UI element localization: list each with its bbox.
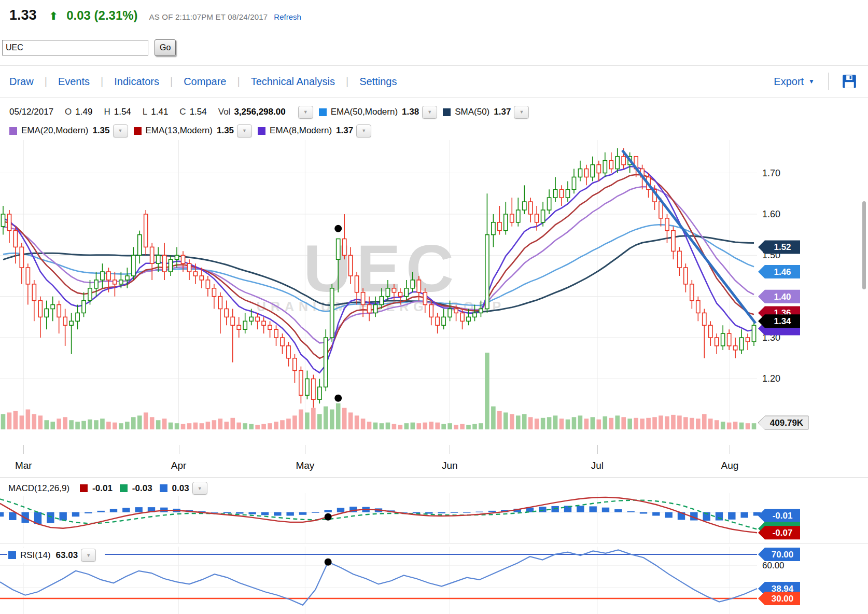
- export-button[interactable]: Export ▼: [774, 76, 815, 88]
- toolbar-menu: Draw|Events|Indicators|Compare|Technical…: [9, 76, 397, 88]
- menu-item-compare[interactable]: Compare: [184, 76, 226, 88]
- menu-item-settings[interactable]: Settings: [359, 76, 397, 88]
- volume-bars-layer: [1, 353, 757, 429]
- indicator-dropdown-button[interactable]: ▼: [81, 549, 96, 562]
- menu-separator: |: [346, 76, 348, 88]
- macd-svg: -0.01-0.07: [0, 493, 868, 543]
- drawn-trendline[interactable]: [622, 150, 755, 323]
- indicator-value: 1.35: [92, 125, 109, 136]
- indicator-dropdown-button[interactable]: ▼: [422, 106, 437, 119]
- indicator-dropdown-button[interactable]: ▼: [237, 124, 252, 137]
- indicator-value: 1.37: [494, 107, 511, 117]
- save-button[interactable]: [842, 74, 857, 89]
- indicator-dropdown-button[interactable]: ▼: [192, 482, 207, 495]
- svg-text:1.34: 1.34: [774, 316, 791, 326]
- last-price-tag: 1.34: [758, 314, 800, 328]
- macd-line: [0, 497, 757, 533]
- macd-line-tag: -0.07: [758, 526, 800, 539]
- quote-header: 1.33 ⬆ 0.03 (2.31%) AS OF 2:11:07PM ET 0…: [0, 0, 868, 29]
- menu-item-indicators[interactable]: Indicators: [114, 76, 159, 88]
- go-button[interactable]: Go: [155, 39, 176, 56]
- legend-row-1: 05/12/2017 O1.49H1.54L1.41C1.54Vol3,256,…: [9, 103, 868, 121]
- ohlc-value: 1.54: [114, 107, 131, 117]
- price-change: 0.03 (2.31%): [66, 8, 137, 23]
- menu-separator: |: [101, 76, 103, 88]
- month-tick: [730, 445, 730, 454]
- svg-text:1.60: 1.60: [762, 209, 780, 219]
- indicator-value: 1.38: [402, 107, 419, 117]
- indicator-dropdown-button[interactable]: ▼: [514, 106, 529, 119]
- hover-dot-macd: [325, 513, 332, 521]
- macd-legend-chip: -0.03: [120, 483, 155, 494]
- hover-dot-price: [334, 225, 342, 232]
- macd-hist-tag: -0.01: [758, 509, 800, 522]
- macd-legend-value: 0.03: [172, 483, 189, 494]
- rsi-color-square: [8, 551, 16, 559]
- indicator-label: EMA(20,Modern): [21, 125, 88, 136]
- indicator-chip: EMA(20,Modern)1.35: [9, 125, 110, 136]
- month-label-mar: Mar: [15, 460, 32, 471]
- menu-separator: |: [45, 76, 47, 88]
- charting-app: 1.33 ⬆ 0.03 (2.31%) AS OF 2:11:07PM ET 0…: [0, 0, 868, 614]
- ohlc-label: Vol: [218, 107, 231, 117]
- svg-text:-0.01: -0.01: [773, 511, 793, 521]
- ohlc-label: L: [143, 107, 147, 117]
- indicator-label: EMA(50,Modern): [331, 107, 398, 117]
- svg-text:30.00: 30.00: [772, 594, 794, 604]
- chevron-down-icon: ▼: [808, 78, 815, 85]
- up-arrow-icon: ⬆: [49, 10, 59, 22]
- macd-legend: MACD(12,26,9) -0.01-0.030.03▼: [7, 481, 216, 496]
- export-label: Export: [774, 76, 804, 88]
- price-chart-pane: UECURANIUM ENERGY CORP1.701.601.501.401.…: [0, 140, 868, 477]
- menu-item-events[interactable]: Events: [58, 76, 90, 88]
- month-tick: [450, 445, 450, 454]
- symbol-search-bar: Go: [0, 29, 868, 58]
- indicator-dropdown-button[interactable]: ▼: [113, 124, 128, 137]
- legend-row-2: EMA(20,Modern)1.35▼EMA(13,Modern)1.35▼EM…: [9, 121, 868, 140]
- rsi-mid-label: 60.00: [762, 561, 785, 570]
- right-scrollbar-thumb[interactable]: [862, 201, 866, 289]
- rsi-label: RSI(14): [20, 550, 51, 561]
- indicator-chip: EMA(50,Modern)1.38: [319, 107, 419, 117]
- toolbar-divider: [828, 73, 829, 90]
- ohlc-value: 1.54: [190, 107, 207, 117]
- rsi-svg: 60.0070.0038.9430.00: [0, 547, 868, 614]
- indicator-label: EMA(13,Modern): [146, 125, 213, 136]
- indicator-color-square: [443, 108, 451, 116]
- month-tick: [305, 445, 305, 454]
- volume-tag: 409.79K: [758, 416, 808, 429]
- ohlc-label: O: [65, 107, 72, 117]
- symbol-input[interactable]: [2, 40, 148, 55]
- last-price: 1.33: [9, 7, 37, 23]
- save-floppy-icon: [842, 74, 857, 89]
- price-tag-1.40: 1.40: [758, 290, 800, 303]
- rsi-grid: [0, 547, 757, 614]
- macd-label: MACD(12,26,9): [8, 483, 69, 494]
- indicator-color-square: [258, 127, 265, 135]
- price-chart-svg: UECURANIUM ENERGY CORP1.701.601.501.401.…: [0, 140, 868, 433]
- ohlc-label: C: [179, 107, 186, 117]
- ohlc-value: 1.49: [75, 107, 92, 117]
- menu-separator: |: [237, 76, 240, 88]
- hovered-date: 05/12/2017: [9, 107, 53, 117]
- macd-legend-chip: 0.03: [160, 483, 191, 494]
- ohlc-value: 1.41: [151, 107, 168, 117]
- indicator-dropdown-button[interactable]: ▼: [298, 106, 313, 119]
- refresh-link[interactable]: Refresh: [274, 12, 301, 21]
- ohlc-vol: Vol3,256,298.00: [218, 107, 286, 117]
- macd-legend-value: -0.01: [92, 483, 113, 494]
- month-label-aug: Aug: [721, 460, 739, 471]
- indicator-color-square: [134, 127, 142, 135]
- indicator-dropdown-button[interactable]: ▼: [356, 124, 371, 137]
- menu-item-draw[interactable]: Draw: [9, 76, 34, 88]
- svg-text:1.70: 1.70: [762, 168, 780, 178]
- chart-legend: 05/12/2017 O1.49H1.54L1.41C1.54Vol3,256,…: [0, 97, 868, 140]
- month-label-jun: Jun: [442, 460, 458, 471]
- indicator-label: EMA(8,Modern): [270, 125, 332, 136]
- macd-color-square: [120, 484, 128, 492]
- ohlc-value: 3,256,298.00: [234, 107, 285, 117]
- macd-color-square: [80, 484, 88, 492]
- hover-dot-volume: [334, 395, 342, 402]
- month-tick: [23, 445, 24, 454]
- menu-item-technical-analysis[interactable]: Technical Analysis: [251, 76, 335, 88]
